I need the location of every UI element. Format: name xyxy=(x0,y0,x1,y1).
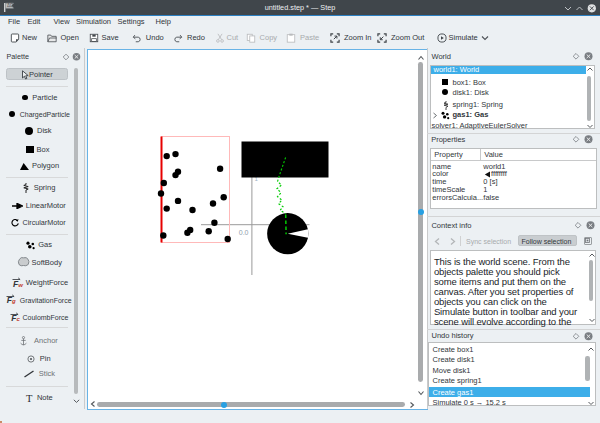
svg-text:0.0: 0.0 xyxy=(238,229,248,236)
svg-text:T: T xyxy=(26,394,33,405)
